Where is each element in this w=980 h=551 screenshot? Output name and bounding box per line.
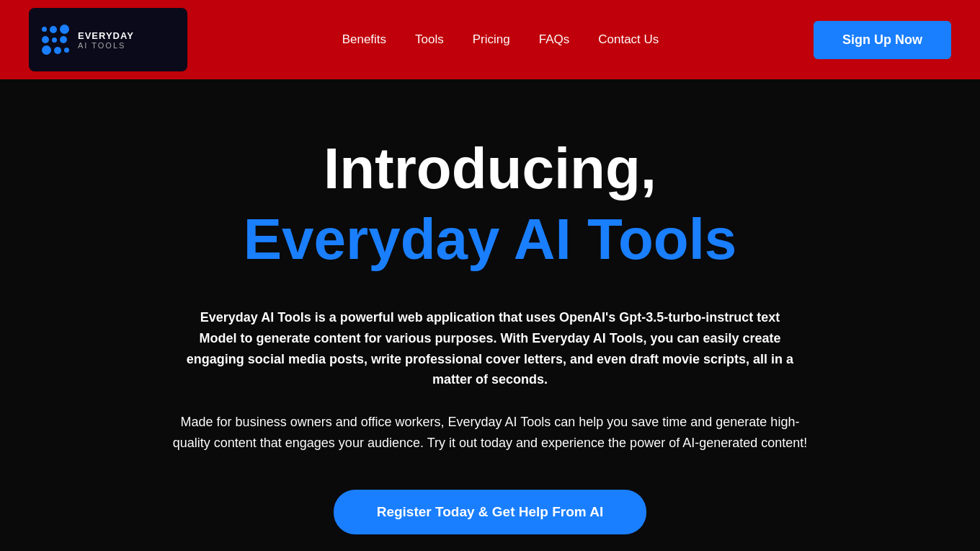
logo-dot [60, 36, 67, 43]
main-nav: Benefits Tools Pricing FAQs Contact Us [342, 32, 659, 47]
logo-dot [42, 45, 51, 55]
site-header: EVERYDAY AI TOOLS Benefits Tools Pricing… [0, 0, 980, 79]
logo[interactable]: EVERYDAY AI TOOLS [29, 8, 187, 71]
logo-brand-line1: EVERYDAY [78, 30, 134, 41]
logo-dot [60, 25, 69, 34]
nav-item-benefits[interactable]: Benefits [342, 32, 386, 47]
logo-brand-line2: AI TOOLS [78, 41, 134, 50]
logo-dot [52, 38, 57, 43]
logo-dot [50, 26, 57, 33]
logo-dot [54, 47, 61, 54]
register-button[interactable]: Register Today & Get Help From AI [334, 490, 647, 534]
nav-item-faqs[interactable]: FAQs [539, 32, 570, 47]
hero-title-text: Everyday AI Tools [244, 208, 737, 271]
logo-dot [64, 48, 69, 53]
hero-section: Introducing, Everyday AI Tools Everyday … [0, 79, 980, 551]
nav-item-tools[interactable]: Tools [415, 32, 444, 47]
logo-dot [42, 27, 47, 32]
nav-item-contact[interactable]: Contact Us [598, 32, 659, 47]
hero-intro-text: Introducing, [324, 137, 656, 200]
logo-text: EVERYDAY AI TOOLS [78, 30, 134, 50]
logo-icon [42, 25, 69, 55]
signup-button[interactable]: Sign Up Now [814, 21, 951, 59]
hero-description-2: Made for business owners and office work… [166, 412, 814, 454]
logo-dot [42, 36, 49, 43]
hero-description-1: Everyday AI Tools is a powerful web appl… [180, 307, 800, 390]
nav-item-pricing[interactable]: Pricing [473, 32, 510, 47]
